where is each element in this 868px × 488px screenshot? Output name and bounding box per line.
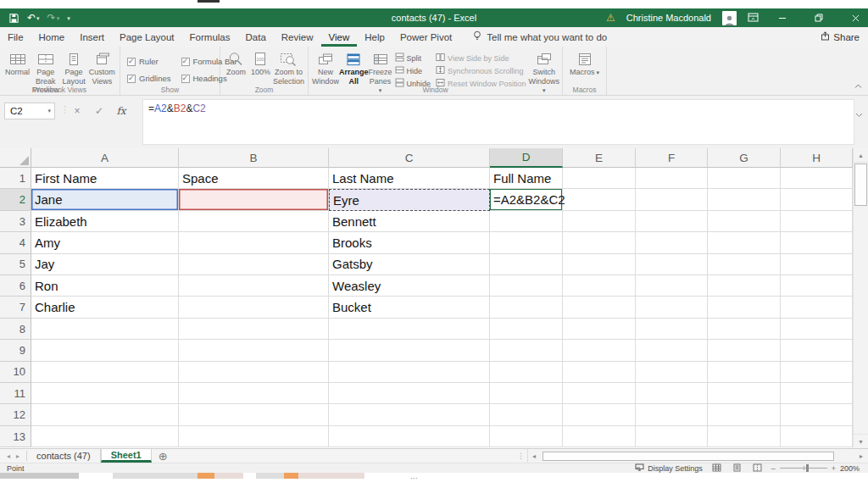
cell-D4[interactable]: [490, 232, 563, 253]
cell-G7[interactable]: [708, 297, 781, 318]
restore-icon[interactable]: [806, 8, 832, 27]
column-header-a[interactable]: A: [31, 148, 179, 168]
tab-view[interactable]: View: [321, 27, 358, 47]
tell-me-box[interactable]: Tell me what you want to do: [473, 27, 607, 47]
horizontal-scrollbar[interactable]: ◂ ▸: [527, 449, 868, 463]
cell-D9[interactable]: [490, 340, 563, 361]
checkbox-ruler[interactable]: Ruler: [127, 57, 171, 66]
cell-D1[interactable]: Full Name: [490, 168, 563, 189]
cell-D10[interactable]: [490, 362, 563, 383]
horizontal-scrollbar-thumb[interactable]: [542, 452, 834, 461]
cell-F10[interactable]: [636, 362, 708, 383]
cell-G6[interactable]: [708, 275, 781, 297]
cell-F11[interactable]: [636, 383, 708, 404]
cell-E7[interactable]: [563, 297, 636, 318]
macros-button[interactable]: Macros ▾: [566, 49, 603, 78]
tab-scroll-right-icon[interactable]: ▸: [16, 452, 19, 460]
cell-H11[interactable]: [781, 383, 853, 404]
cell-C11[interactable]: [329, 383, 490, 404]
synchronous-scrolling-button[interactable]: Synchronous Scrolling: [436, 64, 526, 77]
row-header-8[interactable]: 8: [0, 319, 31, 340]
cell-H7[interactable]: [781, 297, 853, 318]
column-header-c[interactable]: C: [329, 148, 490, 168]
cell-E4[interactable]: [563, 232, 636, 253]
cell-G13[interactable]: [708, 426, 781, 447]
cell-F13[interactable]: [636, 426, 708, 447]
cell-B11[interactable]: [179, 383, 329, 404]
tab-file[interactable]: File: [0, 27, 31, 47]
row-header-3[interactable]: 3: [0, 211, 31, 232]
cell-H10[interactable]: [781, 362, 853, 383]
cell-F5[interactable]: [636, 254, 708, 275]
cell-D2[interactable]: =A2&B2&C2: [490, 189, 563, 210]
cell-B12[interactable]: [179, 404, 329, 425]
cell-F2[interactable]: [636, 189, 708, 210]
row-header-4[interactable]: 4: [0, 232, 31, 253]
cell-F12[interactable]: [636, 404, 708, 425]
cell-C2[interactable]: Eyre: [329, 189, 490, 210]
avatar[interactable]: [722, 11, 737, 25]
cell-F3[interactable]: [636, 211, 708, 232]
undo-icon[interactable]: ↶▾: [27, 13, 40, 23]
name-box[interactable]: C2 ▾: [4, 103, 55, 119]
select-all-corner[interactable]: [0, 148, 31, 168]
page-break-shortcut-icon[interactable]: [753, 463, 762, 474]
cell-G5[interactable]: [708, 254, 781, 275]
cancel-icon[interactable]: ×: [68, 103, 86, 119]
normal-button[interactable]: Normal: [3, 49, 31, 78]
share-button[interactable]: Share: [821, 27, 860, 47]
scroll-down-icon[interactable]: ▼: [854, 434, 868, 448]
100-button[interactable]: 100100%: [248, 49, 273, 78]
cell-A13[interactable]: [31, 426, 179, 447]
cell-B5[interactable]: [179, 254, 329, 275]
cell-C7[interactable]: Bucket: [329, 297, 490, 318]
zoom-slider-handle[interactable]: [806, 464, 809, 472]
cell-C13[interactable]: [329, 426, 490, 447]
cell-D11[interactable]: [490, 383, 563, 404]
cell-D8[interactable]: [490, 319, 563, 340]
zoom-button[interactable]: Zoom: [224, 49, 248, 78]
zoom-in-icon[interactable]: +: [832, 464, 836, 473]
cell-A3[interactable]: Elizabeth: [31, 211, 179, 232]
cell-C4[interactable]: Brooks: [329, 232, 490, 253]
cell-H8[interactable]: [781, 319, 853, 340]
row-header-7[interactable]: 7: [0, 297, 31, 318]
sheet-tab-sheet1[interactable]: Sheet1: [101, 449, 152, 463]
column-header-b[interactable]: B: [179, 148, 329, 168]
hide-button[interactable]: Hide: [395, 64, 431, 77]
user-name[interactable]: Christine Macdonald: [626, 13, 711, 23]
row-header-11[interactable]: 11: [0, 383, 31, 404]
row-header-13[interactable]: 13: [0, 426, 31, 447]
cell-A5[interactable]: Jay: [31, 254, 179, 275]
cell-F1[interactable]: [636, 168, 708, 189]
row-header-5[interactable]: 5: [0, 254, 31, 275]
cell-D12[interactable]: [490, 404, 563, 425]
arrange-all-button[interactable]: Arrange All: [339, 49, 369, 86]
save-icon[interactable]: [8, 13, 19, 24]
cell-B3[interactable]: [179, 211, 329, 232]
tab-review[interactable]: Review: [274, 27, 321, 47]
tab-power-pivot[interactable]: Power Pivot: [392, 27, 459, 47]
cell-G9[interactable]: [708, 340, 781, 361]
tab-home[interactable]: Home: [31, 27, 73, 47]
cell-D13[interactable]: [490, 426, 563, 447]
column-header-d[interactable]: D: [490, 148, 563, 168]
cell-F8[interactable]: [636, 319, 708, 340]
minimize-icon[interactable]: [770, 8, 795, 27]
insert-function-icon[interactable]: fx: [112, 103, 131, 119]
cell-H6[interactable]: [781, 275, 853, 297]
qat-customize-icon[interactable]: ▾: [67, 15, 70, 21]
cell-G12[interactable]: [708, 404, 781, 425]
cell-E12[interactable]: [563, 404, 636, 425]
cell-E9[interactable]: [563, 340, 636, 361]
row-header-9[interactable]: 9: [0, 340, 31, 361]
cell-B8[interactable]: [179, 319, 329, 340]
cell-H4[interactable]: [781, 232, 853, 253]
expand-formula-bar-icon[interactable]: [855, 106, 863, 121]
cell-C6[interactable]: Weasley: [329, 275, 490, 297]
column-header-g[interactable]: G: [708, 148, 781, 168]
cell-H3[interactable]: [781, 211, 853, 232]
cell-C3[interactable]: Bennett: [329, 211, 490, 232]
tab-data[interactable]: Data: [238, 27, 274, 47]
cell-E8[interactable]: [563, 319, 636, 340]
